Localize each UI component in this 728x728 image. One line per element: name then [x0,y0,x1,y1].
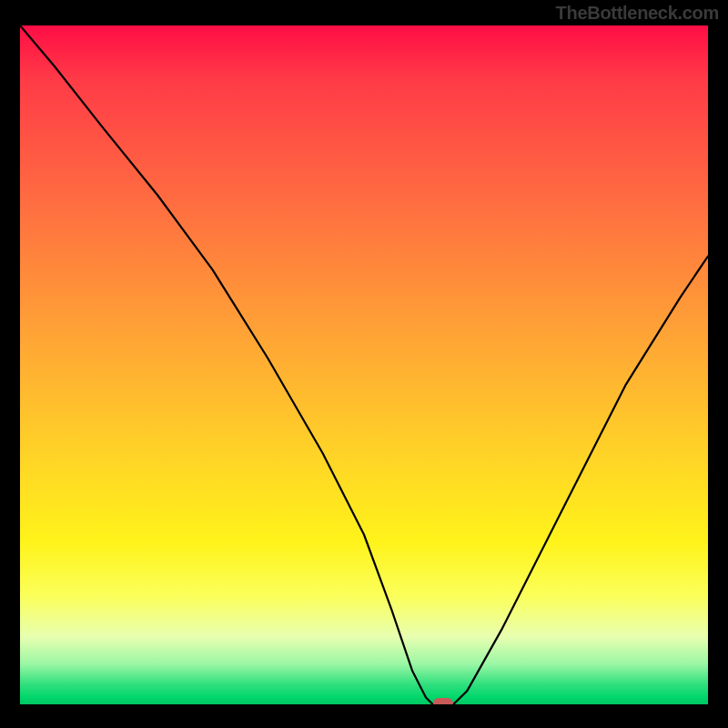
plot-area [20,25,708,704]
attribution-label: TheBottleneck.com [556,3,719,24]
bottleneck-curve [20,25,708,704]
chart-frame: TheBottleneck.com [0,0,728,728]
optimal-marker [433,698,453,704]
chart-svg [20,25,708,704]
